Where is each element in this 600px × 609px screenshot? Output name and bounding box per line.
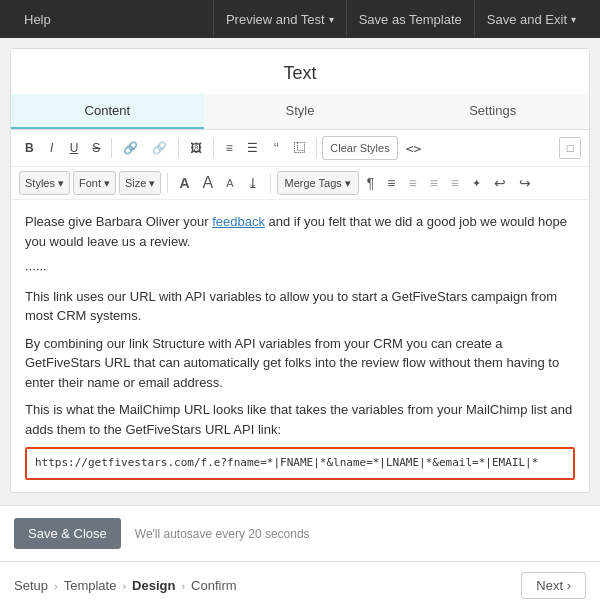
styles-chevron-icon: ▾ [58, 177, 64, 190]
size-dropdown[interactable]: Size ▾ [119, 171, 161, 195]
paragraph1-pre: Please give Barbara Oliver your [25, 214, 212, 229]
text-size-down-button[interactable]: A [221, 171, 238, 195]
breadcrumb-sep1: › [54, 580, 58, 592]
unlink-button[interactable]: 🔗 [146, 136, 173, 160]
text-color-button[interactable]: A [174, 171, 194, 195]
link-button[interactable]: 🔗 [117, 136, 144, 160]
tab-settings[interactable]: Settings [396, 94, 589, 129]
sep4 [316, 138, 317, 158]
blockquote-button[interactable]: ‘‘ [266, 136, 286, 160]
unordered-list-button[interactable]: ☰ [241, 136, 264, 160]
strikethrough-button[interactable]: S [86, 136, 106, 160]
breadcrumb: Setup › Template › Design › Confirm [14, 578, 237, 593]
tabs-bar: Content Style Settings [11, 94, 589, 130]
styles-dropdown[interactable]: Styles ▾ [19, 171, 70, 195]
bottom-bar: Save & Close We'll autosave every 20 sec… [0, 505, 600, 561]
code-view-button[interactable]: <> [400, 136, 428, 160]
clear-styles-button[interactable]: Clear Styles [322, 136, 397, 160]
copy-button[interactable]: ⿺ [288, 136, 311, 160]
panel-title: Text [11, 49, 589, 94]
preview-test-chevron-icon: ▾ [329, 14, 334, 25]
feedback-link[interactable]: feedback [212, 214, 265, 229]
breadcrumb-setup: Setup [14, 578, 48, 593]
main-area: Text Content Style Settings B I U S 🔗 🔗 … [0, 38, 600, 561]
editor-content[interactable]: Please give Barbara Oliver your feedback… [11, 200, 589, 492]
paragraph2: This link uses our URL with API variable… [25, 287, 575, 326]
toolbar-row2: Styles ▾ Font ▾ Size ▾ A A A ⤓ Merge Tag… [11, 167, 589, 200]
divider-text: ······ [25, 259, 575, 279]
redo-button[interactable]: ↪ [514, 171, 536, 195]
breadcrumb-sep3: › [181, 580, 185, 592]
merge-tags-button[interactable]: Merge Tags ▾ [277, 171, 359, 195]
align-right-button[interactable]: ≡ [425, 171, 443, 195]
next-button[interactable]: Next › [521, 572, 586, 599]
tab-style[interactable]: Style [204, 94, 397, 129]
save-exit-label: Save and Exit [487, 12, 567, 27]
url-box[interactable]: https://getfivestars.com/f.e?fname=*|FNA… [25, 447, 575, 480]
text-panel: Text Content Style Settings B I U S 🔗 🔗 … [10, 48, 590, 493]
autosave-text: We'll autosave every 20 seconds [135, 527, 310, 541]
save-template-label: Save as Template [359, 12, 462, 27]
align-left-button[interactable]: ≡ [382, 171, 400, 195]
breadcrumb-bar: Setup › Template › Design › Confirm Next… [0, 561, 600, 609]
top-nav: Help Preview and Test ▾ Save as Template… [0, 0, 600, 38]
expand-button[interactable]: □ [559, 137, 581, 159]
text-size-up-button[interactable]: A [198, 171, 219, 195]
font-dropdown[interactable]: Font ▾ [73, 171, 116, 195]
preview-test-nav-item[interactable]: Preview and Test ▾ [213, 0, 346, 38]
align-center-button[interactable]: ≡ [404, 171, 422, 195]
size-chevron-icon: ▾ [149, 177, 155, 190]
save-close-button[interactable]: Save & Close [14, 518, 121, 549]
help-nav-item[interactable]: Help [12, 0, 63, 38]
align-button[interactable]: ⤓ [242, 171, 264, 195]
sep5 [167, 173, 168, 193]
paragraph3: By combining our link Structure with API… [25, 334, 575, 393]
tab-content[interactable]: Content [11, 94, 204, 129]
sep3 [213, 138, 214, 158]
save-exit-nav-item[interactable]: Save and Exit ▾ [474, 0, 588, 38]
sep2 [178, 138, 179, 158]
sep6 [270, 173, 271, 193]
breadcrumb-sep2: › [122, 580, 126, 592]
bold-button[interactable]: B [19, 136, 40, 160]
save-exit-chevron-icon: ▾ [571, 14, 576, 25]
special-button[interactable]: ✦ [467, 171, 486, 195]
paragraph-button[interactable]: ¶ [362, 171, 380, 195]
underline-button[interactable]: U [64, 136, 85, 160]
align-justify-button[interactable]: ≡ [446, 171, 464, 195]
breadcrumb-template: Template [64, 578, 117, 593]
font-chevron-icon: ▾ [104, 177, 110, 190]
save-template-nav-item[interactable]: Save as Template [346, 0, 474, 38]
paragraph4: This is what the MailChimp URL looks lik… [25, 400, 575, 439]
image-button[interactable]: 🖼 [184, 136, 208, 160]
help-label: Help [24, 12, 51, 27]
merge-tags-chevron-icon: ▾ [345, 177, 351, 190]
italic-button[interactable]: I [42, 136, 62, 160]
preview-test-label: Preview and Test [226, 12, 325, 27]
breadcrumb-confirm: Confirm [191, 578, 237, 593]
undo-button[interactable]: ↩ [489, 171, 511, 195]
paragraph1: Please give Barbara Oliver your feedback… [25, 212, 575, 251]
toolbar-row1: B I U S 🔗 🔗 🖼 ≡ ☰ ‘‘ ⿺ Clear Styles <> □ [11, 130, 589, 167]
ordered-list-button[interactable]: ≡ [219, 136, 239, 160]
breadcrumb-design: Design [132, 578, 175, 593]
sep1 [111, 138, 112, 158]
